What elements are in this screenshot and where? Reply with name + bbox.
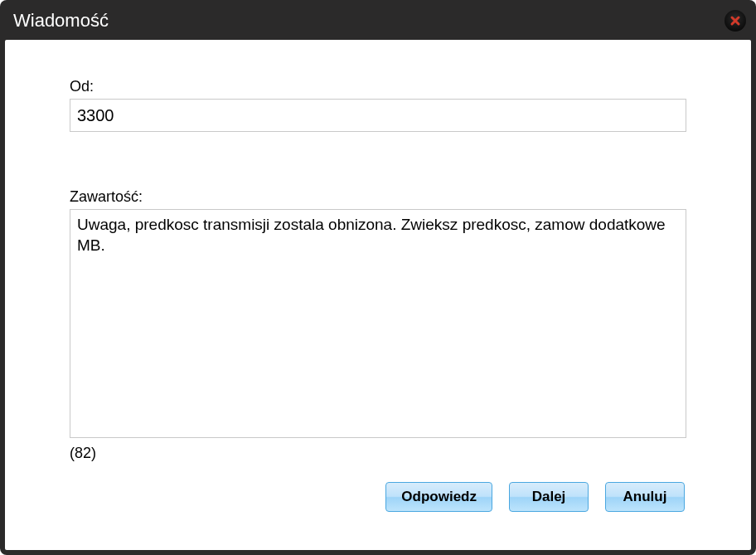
reply-button[interactable]: Odpowiedz — [385, 482, 492, 512]
message-dialog: Wiadomość Od: Zawartość: Uwaga, predkosc… — [0, 0, 756, 555]
dialog-titlebar: Wiadomość — [5, 5, 751, 37]
next-button[interactable]: Dalej — [509, 482, 589, 512]
dialog-title: Wiadomość — [13, 10, 109, 32]
close-button[interactable] — [724, 10, 746, 32]
cancel-button[interactable]: Anuluj — [605, 482, 685, 512]
content-textarea[interactable]: Uwaga, predkosc transmisji zostala obniz… — [70, 209, 686, 438]
button-row: Odpowiedz Dalej Anuluj — [70, 482, 686, 512]
close-icon — [729, 15, 741, 27]
content-label: Zawartość: — [70, 188, 686, 206]
from-input[interactable] — [70, 99, 686, 132]
from-label: Od: — [70, 78, 686, 95]
dialog-body: Od: Zawartość: Uwaga, predkosc transmisj… — [5, 40, 751, 550]
char-counter: (82) — [70, 445, 686, 462]
